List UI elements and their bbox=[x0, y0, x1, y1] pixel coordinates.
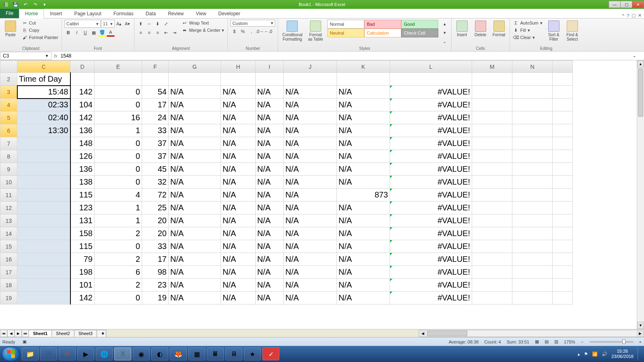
row-header-18[interactable]: 18 bbox=[0, 279, 17, 292]
cell-F2[interactable] bbox=[142, 73, 169, 86]
cell-E2[interactable] bbox=[95, 73, 142, 86]
cell-D5[interactable]: 142 bbox=[70, 111, 95, 124]
cell-K4[interactable]: N/A bbox=[337, 99, 390, 111]
save-icon[interactable]: 💾 bbox=[11, 1, 20, 8]
cell-L16[interactable]: #VALUE! bbox=[390, 253, 472, 266]
cell-C7[interactable] bbox=[17, 137, 70, 150]
cell-blank-7[interactable] bbox=[553, 137, 573, 150]
cell-G7[interactable]: N/A bbox=[169, 137, 221, 150]
wrap-text-button[interactable]: ↩Wrap Text bbox=[181, 20, 225, 26]
cell-M6[interactable] bbox=[472, 124, 512, 137]
cell-G13[interactable]: N/A bbox=[169, 214, 221, 227]
cell-H17[interactable]: N/A bbox=[221, 266, 256, 279]
cell-blank-11[interactable] bbox=[553, 189, 573, 202]
cell-M19[interactable] bbox=[472, 292, 512, 304]
cell-I10[interactable]: N/A bbox=[256, 176, 284, 189]
cell-H11[interactable]: N/A bbox=[221, 189, 256, 202]
row-header-5[interactable]: 5 bbox=[0, 111, 17, 124]
taskbar-firefox-icon[interactable]: 🦊 bbox=[170, 348, 187, 360]
cell-C9[interactable] bbox=[17, 163, 70, 176]
cell-J17[interactable]: N/A bbox=[284, 266, 337, 279]
minimize-ribbon-icon[interactable]: ^ bbox=[622, 13, 624, 18]
cell-G6[interactable]: N/A bbox=[169, 124, 221, 137]
style-bad[interactable]: Bad bbox=[364, 20, 401, 29]
scroll-right-icon[interactable]: ▶ bbox=[636, 330, 644, 337]
cell-J3[interactable]: N/A bbox=[284, 86, 337, 99]
cell-C17[interactable] bbox=[17, 266, 70, 279]
styles-more-icon[interactable]: ⌄ bbox=[441, 37, 449, 45]
column-header-F[interactable]: F bbox=[142, 61, 169, 73]
cell-E18[interactable]: 2 bbox=[95, 279, 142, 292]
cell-F14[interactable]: 20 bbox=[142, 227, 169, 240]
cell-I4[interactable]: N/A bbox=[256, 99, 284, 111]
cell-H8[interactable]: N/A bbox=[221, 150, 256, 163]
cell-C10[interactable] bbox=[17, 176, 70, 189]
cell-blank-16[interactable] bbox=[553, 253, 573, 266]
cell-M11[interactable] bbox=[472, 189, 512, 202]
row-header-9[interactable]: 9 bbox=[0, 163, 17, 176]
cell-J10[interactable]: N/A bbox=[284, 176, 337, 189]
decrease-decimal-icon[interactable]: ←.0 bbox=[264, 27, 272, 35]
row-header-4[interactable]: 4 bbox=[0, 99, 17, 111]
cell-blank-9[interactable] bbox=[553, 163, 573, 176]
cell-E11[interactable]: 4 bbox=[95, 189, 142, 202]
cell-C2[interactable]: Time of Day bbox=[17, 73, 70, 86]
cell-K8[interactable]: N/A bbox=[337, 150, 390, 163]
cell-I15[interactable]: N/A bbox=[256, 240, 284, 253]
cell-M15[interactable] bbox=[472, 240, 512, 253]
cell-L9[interactable]: #VALUE! bbox=[390, 163, 472, 176]
cell-F19[interactable]: 19 bbox=[142, 292, 169, 304]
cell-J15[interactable]: N/A bbox=[284, 240, 337, 253]
border-button[interactable]: ▦ bbox=[90, 29, 98, 37]
cell-K7[interactable]: N/A bbox=[337, 137, 390, 150]
scroll-down-icon[interactable]: ▼ bbox=[637, 322, 644, 329]
delete-cells-button[interactable]: Delete bbox=[473, 20, 489, 38]
column-header-K[interactable]: K bbox=[337, 61, 390, 73]
cell-H12[interactable]: N/A bbox=[221, 202, 256, 214]
cell-F12[interactable]: 25 bbox=[142, 202, 169, 214]
cell-H3[interactable]: N/A bbox=[221, 86, 256, 99]
cell-F16[interactable]: 17 bbox=[142, 253, 169, 266]
cell-I18[interactable]: N/A bbox=[256, 279, 284, 292]
tab-file[interactable]: File bbox=[0, 8, 19, 18]
cell-C11[interactable] bbox=[17, 189, 70, 202]
cell-E6[interactable]: 1 bbox=[95, 124, 142, 137]
minimize-button[interactable]: — bbox=[609, 1, 621, 8]
cell-K12[interactable]: N/A bbox=[337, 202, 390, 214]
window-restore-icon[interactable]: ▢ bbox=[632, 13, 636, 18]
font-size-combo[interactable]: 11▾ bbox=[101, 20, 115, 28]
cell-H4[interactable]: N/A bbox=[221, 99, 256, 111]
cell-N10[interactable] bbox=[512, 176, 553, 189]
cell-blank-5[interactable] bbox=[553, 111, 573, 124]
cell-G10[interactable]: N/A bbox=[169, 176, 221, 189]
cell-G4[interactable]: N/A bbox=[169, 99, 221, 111]
system-clock[interactable]: 15:2623/06/2018 bbox=[611, 349, 634, 359]
taskbar-app-2-icon[interactable]: ◐ bbox=[151, 348, 168, 360]
cell-D6[interactable]: 136 bbox=[70, 124, 95, 137]
cell-H13[interactable]: N/A bbox=[221, 214, 256, 227]
cell-K10[interactable]: N/A bbox=[337, 176, 390, 189]
horizontal-scrollbar[interactable]: ◀ ▶ bbox=[419, 330, 644, 337]
cell-C5[interactable]: 02:40 bbox=[17, 111, 70, 124]
column-header-G[interactable]: G bbox=[169, 61, 221, 73]
cell-F10[interactable]: 32 bbox=[142, 176, 169, 189]
fill-color-button[interactable]: 🪣 bbox=[98, 29, 106, 37]
clear-button[interactable]: ⌫Clear ▾ bbox=[512, 34, 543, 41]
cell-J16[interactable]: N/A bbox=[284, 253, 337, 266]
row-header-14[interactable]: 14 bbox=[0, 227, 17, 240]
cell-D15[interactable]: 115 bbox=[70, 240, 95, 253]
tab-review[interactable]: Review bbox=[162, 8, 190, 18]
column-header-I[interactable]: I bbox=[256, 61, 284, 73]
cell-K9[interactable]: N/A bbox=[337, 163, 390, 176]
cell-J6[interactable]: N/A bbox=[284, 124, 337, 137]
cell-J5[interactable]: N/A bbox=[284, 111, 337, 124]
cell-H5[interactable]: N/A bbox=[221, 111, 256, 124]
cell-E15[interactable]: 0 bbox=[95, 240, 142, 253]
tray-flag-icon[interactable]: ⚑ bbox=[584, 352, 588, 357]
cell-I19[interactable]: N/A bbox=[256, 292, 284, 304]
cell-blank-12[interactable] bbox=[553, 202, 573, 214]
taskbar-powerpoint-icon[interactable]: P bbox=[59, 348, 76, 360]
style-neutral[interactable]: Neutral bbox=[327, 29, 364, 37]
cell-N16[interactable] bbox=[512, 253, 553, 266]
underline-button[interactable]: U bbox=[81, 29, 89, 37]
